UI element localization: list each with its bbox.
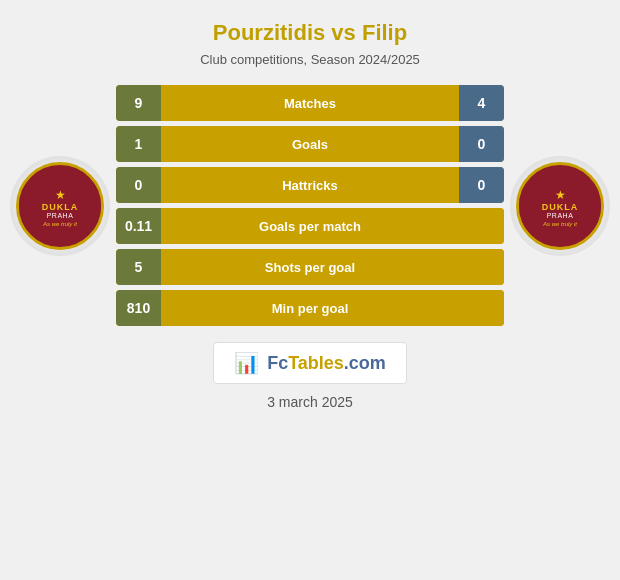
stat-left-hattricks: 0: [116, 167, 161, 203]
stat-row-shots-per-goal: 5 Shots per goal: [116, 249, 504, 285]
stat-left-goals: 1: [116, 126, 161, 162]
page-subtitle: Club competitions, Season 2024/2025: [10, 52, 610, 67]
stat-label-goals: Goals: [161, 137, 459, 152]
left-team-badge: ★ DUKLA PRAHA As we truly it: [10, 156, 110, 256]
stat-right-empty-shots-per-goal: [459, 249, 504, 285]
stat-left-goals-per-match: 0.11: [116, 208, 161, 244]
stat-row-goals-per-match: 0.11 Goals per match: [116, 208, 504, 244]
right-badge-name: DUKLA: [519, 202, 601, 212]
stat-right-matches: 4: [459, 85, 504, 121]
stat-right-empty-min-per-goal: [459, 290, 504, 326]
stat-right-empty-goals-per-match: [459, 208, 504, 244]
left-badge-star: ★: [19, 188, 101, 202]
right-team-badge: ★ DUKLA PRAHA As we truly it: [510, 156, 610, 256]
chart-icon: 📊: [234, 351, 259, 375]
logo-section: 📊 FcTables.com: [10, 342, 610, 384]
stats-container: 9 Matches 4 1 Goals 0 0 Hattricks 0 0.11…: [116, 85, 504, 326]
stat-label-hattricks: Hattricks: [161, 178, 459, 193]
right-badge-top: ★ DUKLA PRAHA As we truly it: [519, 184, 601, 227]
stat-label-matches: Matches: [161, 96, 459, 111]
left-badge-name: DUKLA: [19, 202, 101, 212]
date-text: 3 march 2025: [10, 394, 610, 410]
right-badge-tagline: As we truly it: [519, 221, 601, 227]
stat-label-goals-per-match: Goals per match: [161, 219, 459, 234]
page-title: Pourzitidis vs Filip: [10, 20, 610, 46]
logo-text: FcTables.com: [267, 353, 386, 374]
logo-box[interactable]: 📊 FcTables.com: [213, 342, 407, 384]
left-badge-top: ★ DUKLA PRAHA As we truly it: [19, 184, 101, 227]
stat-row-min-per-goal: 810 Min per goal: [116, 290, 504, 326]
left-badge-tagline: As we truly it: [19, 221, 101, 227]
page-wrapper: Pourzitidis vs Filip Club competitions, …: [0, 0, 620, 420]
stat-label-shots-per-goal: Shots per goal: [161, 260, 459, 275]
stat-right-hattricks: 0: [459, 167, 504, 203]
stat-right-goals: 0: [459, 126, 504, 162]
left-badge-inner: ★ DUKLA PRAHA As we truly it: [16, 162, 104, 250]
right-badge-city: PRAHA: [519, 212, 601, 219]
stat-row-matches: 9 Matches 4: [116, 85, 504, 121]
stat-left-shots-per-goal: 5: [116, 249, 161, 285]
stat-left-min-per-goal: 810: [116, 290, 161, 326]
stat-row-goals: 1 Goals 0: [116, 126, 504, 162]
right-badge-inner: ★ DUKLA PRAHA As we truly it: [516, 162, 604, 250]
right-badge-star: ★: [519, 188, 601, 202]
stat-label-min-per-goal: Min per goal: [161, 301, 459, 316]
stat-left-matches: 9: [116, 85, 161, 121]
stat-row-hattricks: 0 Hattricks 0: [116, 167, 504, 203]
main-content: ★ DUKLA PRAHA As we truly it 9 Matches 4…: [10, 85, 610, 326]
left-badge-city: PRAHA: [19, 212, 101, 219]
